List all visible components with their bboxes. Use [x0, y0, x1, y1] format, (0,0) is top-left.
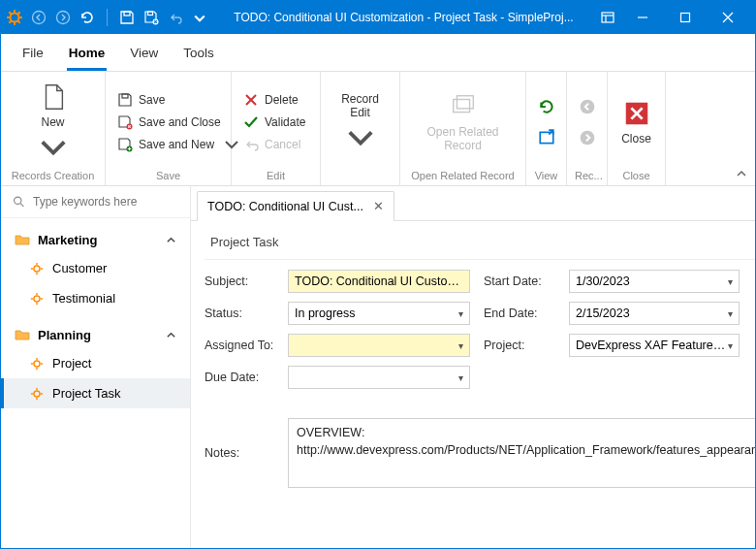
svg-line-6: [18, 21, 20, 23]
search-icon: [13, 195, 25, 209]
chevron-down-icon: [39, 133, 68, 162]
svg-point-35: [15, 197, 21, 204]
next-record-icon: [579, 129, 596, 146]
notes-field[interactable]: OVERVIEW: http://www.devexpress.com/Prod…: [288, 418, 756, 488]
document-tab[interactable]: TODO: Conditional UI Cust... ✕: [197, 191, 394, 221]
svg-point-37: [34, 265, 40, 271]
window-buttons: [621, 1, 749, 34]
start-date-field[interactable]: 1/30/2023▾: [569, 270, 740, 293]
chevron-down-icon[interactable]: ▾: [458, 340, 463, 351]
nav-back-icon[interactable]: [31, 10, 47, 25]
chevron-down-icon[interactable]: ▾: [458, 372, 463, 383]
chevron-down-icon[interactable]: ▾: [458, 308, 463, 319]
close-button[interactable]: Close: [615, 81, 657, 163]
view-action-icon[interactable]: [538, 129, 555, 146]
svg-rect-12: [148, 12, 153, 16]
start-date-label: Start Date:: [484, 274, 555, 288]
record-edit-button[interactable]: Record Edit: [333, 81, 388, 163]
svg-point-0: [11, 14, 19, 22]
group-label: Close: [615, 168, 657, 183]
end-date-label: End Date:: [484, 307, 555, 320]
chevron-down-icon[interactable]: ▾: [728, 276, 733, 287]
save-button[interactable]: Save: [113, 90, 243, 110]
qat-chevron-icon[interactable]: [192, 10, 207, 25]
svg-line-5: [9, 12, 11, 14]
group-label: View: [534, 168, 558, 183]
refresh-icon[interactable]: [79, 10, 95, 25]
folder-icon: [15, 327, 30, 342]
tab-view[interactable]: View: [128, 42, 160, 71]
undo-icon[interactable]: [168, 10, 183, 25]
svg-point-52: [34, 390, 40, 396]
workspace-icon[interactable]: [600, 10, 615, 25]
group-label: Save: [113, 168, 223, 183]
ribbon-tabs: File Home View Tools: [1, 34, 755, 72]
due-date-field[interactable]: ▾: [288, 366, 470, 389]
svg-line-36: [20, 204, 23, 207]
chevron-up-icon: [166, 235, 176, 245]
tab-home[interactable]: Home: [67, 42, 108, 71]
subject-field[interactable]: TODO: Conditional UI Customization: [288, 270, 470, 293]
tab-file[interactable]: File: [20, 42, 46, 71]
title-bar: TODO: Conditional UI Customization - Pro…: [1, 1, 755, 34]
subject-label: Subject:: [205, 274, 274, 288]
prev-record-icon: [579, 98, 596, 115]
minimize-button[interactable]: [621, 1, 664, 34]
save-new-button[interactable]: Save and New: [113, 135, 243, 154]
gear-icon: [30, 387, 44, 401]
svg-point-42: [34, 295, 40, 301]
assigned-to-field[interactable]: ▾: [288, 334, 470, 357]
svg-rect-27: [457, 96, 473, 109]
svg-line-8: [18, 12, 20, 14]
project-label: Project:: [484, 339, 555, 352]
gear-icon[interactable]: [7, 10, 22, 25]
delete-button[interactable]: Delete: [239, 90, 309, 110]
gear-icon: [30, 357, 44, 371]
chevron-down-icon[interactable]: ▾: [728, 308, 733, 319]
nav-item-testimonial[interactable]: Testimonial: [1, 283, 190, 313]
search-input[interactable]: [33, 195, 178, 209]
navigation-panel: Marketing Customer Testimonial Planning …: [1, 186, 191, 549]
chevron-down-icon: [346, 123, 375, 152]
nav-group-marketing[interactable]: Marketing: [1, 226, 190, 253]
new-label: New: [41, 115, 64, 129]
refresh-view-icon[interactable]: [538, 98, 555, 115]
collapse-ribbon-icon[interactable]: [736, 168, 747, 179]
chevron-up-icon: [166, 330, 176, 340]
ribbon: New Records Creation Save Save and Close…: [1, 72, 755, 186]
open-related-record-button: Open Related Record: [415, 81, 512, 163]
search-box[interactable]: [1, 186, 190, 218]
tab-tools[interactable]: Tools: [181, 42, 216, 71]
cancel-button: Cancel: [239, 135, 309, 154]
svg-rect-21: [122, 94, 128, 98]
nav-item-project[interactable]: Project: [1, 348, 190, 378]
maximize-button[interactable]: [664, 1, 707, 34]
gear-icon: [30, 262, 44, 275]
content-area: Marketing Customer Testimonial Planning …: [1, 186, 755, 549]
nav-forward-icon[interactable]: [55, 10, 71, 25]
svg-rect-26: [453, 100, 469, 113]
form: Project Task Subject: TODO: Conditional …: [191, 221, 756, 501]
svg-rect-18: [681, 14, 690, 22]
form-header: Project Task: [205, 231, 756, 260]
main-panel: TODO: Conditional UI Cust... ✕ Project T…: [191, 186, 756, 549]
nav-item-project-task[interactable]: Project Task: [1, 378, 190, 408]
validate-button[interactable]: Validate: [239, 113, 309, 132]
assigned-to-label: Assigned To:: [205, 339, 274, 352]
svg-point-30: [580, 100, 594, 114]
save-icon[interactable]: [119, 10, 135, 25]
save-close-button[interactable]: Save and Close: [113, 113, 243, 132]
close-window-button[interactable]: [707, 1, 749, 34]
chevron-down-icon[interactable]: ▾: [728, 340, 733, 351]
nav-group-planning[interactable]: Planning: [1, 321, 190, 348]
svg-point-47: [34, 360, 40, 366]
save-close-icon[interactable]: [143, 10, 159, 25]
new-button[interactable]: New: [26, 81, 80, 163]
project-field[interactable]: DevExpress XAF Features Over...▾: [569, 334, 740, 357]
status-field[interactable]: In progress▾: [288, 302, 470, 325]
gear-icon: [30, 292, 44, 306]
close-tab-icon[interactable]: ✕: [373, 199, 384, 213]
nav-item-customer[interactable]: Customer: [1, 253, 190, 283]
document-tabbar: TODO: Conditional UI Cust... ✕: [191, 186, 756, 221]
end-date-field[interactable]: 2/15/2023▾: [569, 302, 740, 325]
